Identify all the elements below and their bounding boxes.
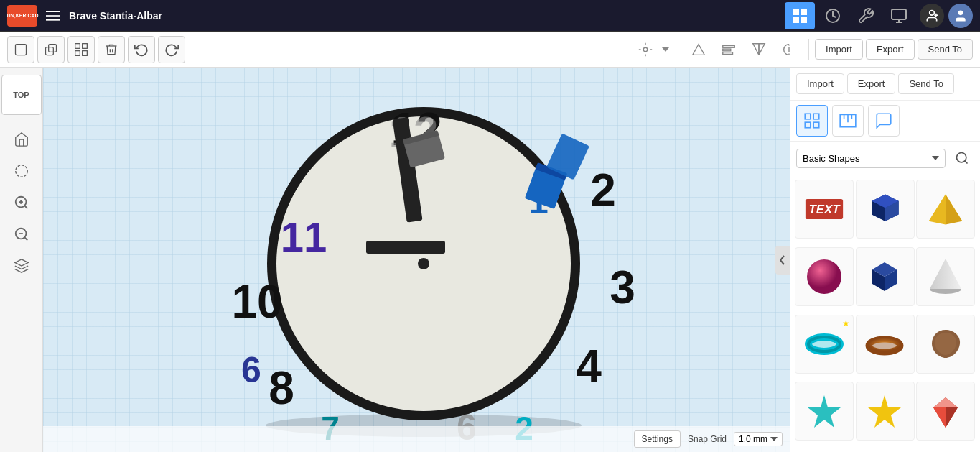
svg-text:TEXT: TEXT — [809, 203, 841, 216]
panel-toggle[interactable] — [775, 246, 790, 275]
svg-rect-21 — [83, 50, 88, 55]
clock-scene: 12 2 3 4 10 8 12 1 6 11 7 6 2 — [179, 73, 653, 447]
zoom-in-btn[interactable] — [9, 190, 34, 216]
project-title: Brave Stantia-Albar — [69, 10, 162, 22]
svg-rect-58 — [366, 241, 445, 254]
tab-shapes[interactable] — [796, 105, 828, 137]
svg-rect-65 — [805, 114, 811, 119]
user-area — [920, 4, 973, 28]
shape-item-ring[interactable] — [856, 315, 915, 374]
blocks-btn[interactable] — [884, 2, 914, 29]
group-btn[interactable] — [67, 36, 95, 63]
workplane-dropdown[interactable] — [662, 36, 682, 63]
undo-btn[interactable] — [128, 36, 155, 63]
toolbar-right: Import Export Send To — [632, 36, 973, 63]
svg-line-73 — [965, 161, 968, 164]
canvas-area[interactable]: 12 2 3 4 10 8 12 1 6 11 7 6 2 — [43, 68, 790, 452]
svg-marker-82 — [929, 194, 946, 224]
shape-item-blob[interactable] — [916, 315, 975, 374]
shape-item-pyramid[interactable] — [916, 180, 975, 239]
export-panel-btn[interactable]: Export — [847, 73, 896, 94]
category-select[interactable]: Basic Shapes — [796, 149, 946, 168]
tab-notes[interactable] — [868, 105, 900, 137]
add-user-button[interactable] — [920, 4, 944, 28]
svg-point-11 — [930, 10, 935, 15]
svg-line-34 — [24, 206, 27, 208]
svg-marker-30 — [753, 43, 759, 55]
shape-item-box[interactable] — [856, 180, 915, 239]
build-btn[interactable] — [851, 2, 881, 29]
send-to-panel-btn[interactable]: Send To — [898, 73, 953, 94]
tab-ruler[interactable] — [832, 105, 864, 137]
svg-rect-68 — [813, 122, 819, 128]
select-btn[interactable] — [9, 158, 34, 184]
zoom-out-btn[interactable] — [9, 221, 34, 247]
svg-rect-8 — [892, 9, 906, 19]
export-btn[interactable]: Export — [866, 39, 915, 60]
3d-view-btn[interactable] — [9, 253, 34, 279]
home-btn[interactable] — [9, 126, 34, 152]
snap-grid-label: Snap Grid — [688, 434, 727, 444]
shape-item-cube-dark[interactable] — [856, 247, 915, 306]
svg-point-72 — [957, 153, 966, 162]
import-panel-btn[interactable]: Import — [796, 73, 844, 94]
shape-item-sphere[interactable] — [795, 247, 854, 306]
svg-text:4: 4 — [576, 341, 602, 392]
mirror-btn[interactable] — [775, 36, 803, 63]
svg-text:8: 8 — [269, 362, 294, 414]
grid-view-btn[interactable] — [785, 2, 815, 29]
snap-grid-select[interactable]: 1.0 mm — [734, 432, 783, 446]
top-nav-icons — [785, 2, 914, 29]
svg-rect-66 — [813, 114, 819, 119]
flip-btn[interactable] — [745, 36, 773, 63]
svg-point-32 — [15, 165, 27, 177]
user-avatar[interactable] — [948, 4, 973, 28]
align-btn[interactable] — [715, 36, 742, 63]
svg-text:6: 6 — [241, 350, 261, 390]
shapes-grid: TEXT — [790, 175, 980, 452]
shape-item-torus[interactable]: ★ — [795, 315, 854, 374]
svg-marker-97 — [933, 407, 946, 428]
svg-rect-67 — [805, 122, 811, 128]
svg-rect-17 — [46, 47, 54, 55]
panel-search-row: Basic Shapes — [790, 142, 980, 175]
copy-to-new-btn[interactable] — [37, 36, 65, 63]
workplane-btn[interactable] — [632, 36, 659, 63]
send-to-btn[interactable]: Send To — [918, 39, 973, 60]
clock-btn[interactable] — [818, 2, 848, 29]
shape-item-gem[interactable] — [916, 382, 975, 441]
panel-view-tabs — [790, 101, 980, 142]
toolbar: Import Export Send To — [0, 32, 980, 68]
top-bar: TIN,KER,CAD Brave Stantia-Albar — [0, 0, 980, 32]
svg-text:10: 10 — [231, 276, 282, 328]
svg-rect-2 — [46, 19, 60, 21]
svg-point-63 — [418, 258, 429, 269]
svg-rect-27 — [723, 45, 735, 47]
svg-rect-29 — [723, 52, 733, 54]
shape-item-star4[interactable] — [795, 382, 854, 441]
svg-rect-19 — [83, 43, 88, 48]
shape-item-star5[interactable] — [856, 382, 915, 441]
svg-rect-5 — [793, 17, 799, 23]
search-btn[interactable] — [950, 146, 974, 170]
view-cube[interactable]: TOP — [1, 75, 42, 115]
settings-btn[interactable]: Settings — [634, 430, 681, 448]
shape-item-text[interactable]: TEXT — [795, 180, 854, 239]
svg-marker-31 — [759, 43, 765, 55]
svg-text:2: 2 — [590, 165, 616, 216]
shape-btn[interactable] — [685, 36, 712, 63]
new-btn[interactable] — [7, 36, 34, 63]
svg-rect-1 — [46, 15, 60, 17]
tinkercad-logo: TIN,KER,CAD — [7, 5, 37, 27]
redo-btn[interactable] — [158, 36, 185, 63]
shape-item-cone[interactable] — [916, 247, 975, 306]
svg-rect-6 — [801, 17, 807, 23]
delete-btn[interactable] — [98, 36, 125, 63]
svg-rect-4 — [801, 9, 807, 15]
panel-actions: Import Export Send To — [790, 68, 980, 101]
svg-marker-88 — [930, 259, 961, 289]
svg-marker-99 — [933, 397, 958, 407]
import-btn[interactable]: Import — [815, 39, 863, 60]
hamburger-icon[interactable] — [43, 6, 63, 26]
svg-marker-98 — [946, 407, 958, 428]
